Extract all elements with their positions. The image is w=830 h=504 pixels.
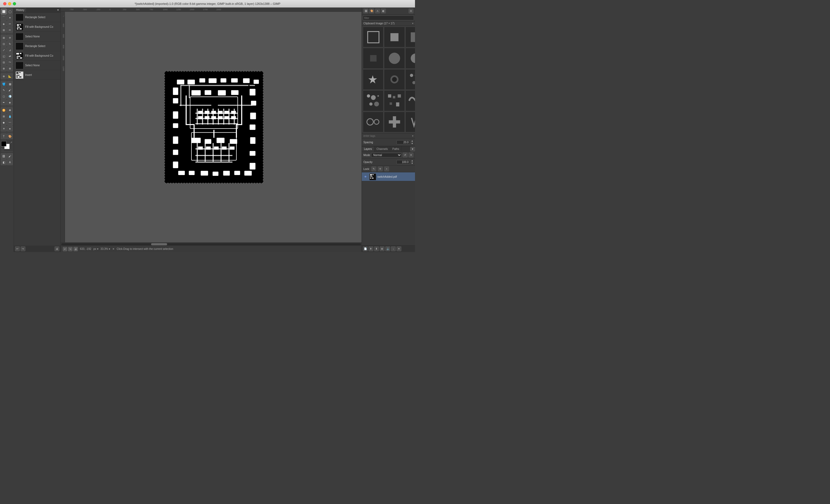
layer-item-switchadded[interactable]: 👁 switchAdded.pdf [362, 172, 415, 181]
rotate-tool[interactable]: ↻ [7, 41, 13, 47]
mypaint-tool[interactable]: ◈ [7, 99, 13, 105]
zoom-mode[interactable]: ✕ [112, 247, 115, 250]
paint-bucket-tool[interactable]: 🪣 [1, 81, 7, 87]
history-refresh-button[interactable]: 🖨 [55, 246, 59, 251]
brush-filter-input[interactable] [363, 15, 414, 20]
rp-maximize-button[interactable]: ⊡ [409, 8, 413, 13]
cage-tool[interactable]: ⊟ [1, 59, 7, 65]
zoom-selector[interactable]: 33.3% ▾ [100, 247, 110, 250]
spacing-up-button[interactable]: ▲ [411, 139, 413, 142]
opacity-down-button[interactable]: ▼ [411, 162, 413, 165]
tags-input[interactable] [363, 134, 412, 137]
handle-transform-tool[interactable]: ⊗ [7, 65, 13, 71]
colorize-tool[interactable]: 🎨 [7, 133, 13, 139]
rp-images-button[interactable]: 🖼 [363, 8, 368, 13]
rp-text-button[interactable]: A [375, 8, 380, 13]
free-select-tool[interactable]: ⌒ [1, 15, 7, 21]
crop-tool[interactable]: ⊡ [1, 41, 7, 47]
patterns-button[interactable]: ◧ [1, 159, 7, 165]
rp-patterns-button[interactable]: ◧ [381, 8, 386, 13]
redo-button[interactable]: ↪ [21, 246, 25, 251]
eraser-tool[interactable]: ◻ [1, 93, 7, 99]
brush-cell-3[interactable] [405, 27, 415, 47]
warp-tool[interactable]: 〜 [7, 59, 13, 65]
paths-tool[interactable]: ✏ [7, 27, 13, 33]
history-item-rectangle-select-1[interactable]: Rectangle Select [14, 12, 60, 22]
brush-cell-14[interactable] [384, 90, 405, 111]
anchor-layer-button[interactable]: ⚓ [385, 246, 390, 251]
history-panel-menu[interactable]: ▼ [56, 8, 60, 12]
move-tool[interactable]: ✛ [7, 35, 13, 41]
clipboard-dropdown[interactable]: ▾ [412, 22, 413, 25]
close-button[interactable] [3, 2, 6, 5]
history-item-select-none-1[interactable]: Select None [14, 32, 60, 41]
new-layer-button[interactable]: 📄 [363, 246, 368, 251]
perspective-clone-tool[interactable]: ⊞ [1, 113, 7, 119]
print-button[interactable]: 🖨 [73, 247, 78, 251]
burn-tool[interactable]: ● [7, 126, 13, 132]
ink-tool[interactable]: ✒ [1, 99, 7, 105]
blur-tool[interactable]: 💧 [7, 113, 13, 119]
spacing-input[interactable] [396, 140, 410, 144]
h-scroll-thumb[interactable] [151, 243, 167, 245]
history-item-fill-bg-2[interactable]: Fill with Background Co [14, 51, 60, 61]
lower-layer-button[interactable]: ⬇ [374, 246, 379, 251]
unit-dropdown-icon[interactable]: ▾ [97, 247, 98, 250]
by-color-select-tool[interactable]: ◈ [1, 21, 7, 27]
layers-tab[interactable]: Layers [362, 146, 374, 152]
foreground-color-swatch[interactable] [1, 141, 6, 146]
paintbrush-tool[interactable]: 🖌 [7, 87, 13, 93]
image-canvas[interactable] [164, 71, 263, 183]
mode-reset-button[interactable]: ↺ [403, 153, 408, 158]
align-tool[interactable]: ⊞ [1, 35, 7, 41]
opacity-input[interactable] [396, 160, 410, 164]
lock-position-button[interactable]: ✛ [378, 167, 383, 171]
brush-cell-9[interactable]: ★ [363, 69, 383, 90]
swap-colors-button[interactable]: ↗ [10, 141, 12, 144]
redo-nav-button[interactable]: ↪ [68, 247, 72, 251]
delete-layer-button[interactable]: ✕ [396, 246, 402, 251]
history-item-select-none-2[interactable]: Select None [14, 61, 60, 70]
brush-cell-2[interactable] [384, 27, 405, 47]
mode-select[interactable]: Normal Multiply Screen [371, 153, 402, 158]
dodge-tool[interactable]: ☀ [1, 126, 7, 132]
opacity-up-button[interactable]: ▲ [411, 159, 413, 162]
blend-tool[interactable]: ▦ [7, 81, 13, 87]
foreground-select-tool[interactable]: ⊞ [1, 27, 7, 33]
perspective-tool[interactable]: ◱ [1, 53, 7, 59]
mode-options-button[interactable]: ▾ [409, 153, 413, 158]
window-controls[interactable] [3, 2, 16, 5]
shear-tool[interactable]: ⊿ [7, 47, 13, 53]
sharpen-tool[interactable]: ◆ [1, 120, 7, 125]
undo-button[interactable]: ↩ [15, 246, 20, 251]
ellipse-select-tool[interactable]: ◯ [7, 8, 13, 14]
spacing-down-button[interactable]: ▼ [411, 142, 413, 145]
brush-cell-13[interactable] [363, 90, 383, 111]
maximize-button[interactable] [13, 2, 16, 5]
reset-colors-button[interactable]: ⬛ [1, 148, 4, 151]
brush-cell-11[interactable] [405, 69, 415, 90]
measure-tool[interactable]: 📐 [7, 73, 13, 79]
brush-cell-1[interactable] [363, 27, 383, 47]
brush-cell-7[interactable] [405, 48, 415, 68]
brush-cell-19[interactable] [405, 112, 415, 132]
zoom-tool[interactable]: ⊕ [1, 73, 7, 79]
undo-nav-button[interactable]: ↩ [63, 247, 67, 251]
fuzzy-select-tool[interactable]: ✦ [7, 15, 13, 21]
scale-tool[interactable]: ⤢ [1, 47, 7, 53]
history-item-fill-bg-1[interactable]: Fill with Background Co [14, 22, 60, 32]
clone-tool[interactable]: ♊ [1, 107, 7, 113]
heal-tool[interactable]: ✚ [7, 107, 13, 113]
brush-cell-5[interactable] [363, 48, 383, 68]
history-tab[interactable]: History [14, 8, 27, 12]
channels-tab[interactable]: Channels [374, 146, 390, 152]
history-item-rectangle-select-2[interactable]: Rectangle Select [14, 41, 60, 51]
raise-layer-button[interactable]: ⬆ [369, 246, 373, 251]
flip-tool[interactable]: ⇄ [7, 53, 13, 59]
brush-cell-17[interactable] [363, 112, 383, 132]
paths-tab[interactable]: Paths [390, 146, 402, 152]
rp-colors-button[interactable]: 🎨 [369, 8, 374, 13]
unified-transform-tool[interactable]: ⊕ [1, 65, 7, 71]
brush-cell-10[interactable] [384, 69, 405, 90]
merge-layers-button[interactable]: ↓ [391, 246, 396, 251]
